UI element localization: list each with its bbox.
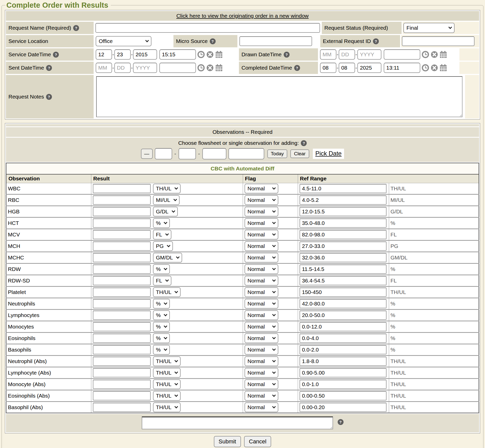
ref-range-input[interactable] [300,207,387,216]
result-unit-select[interactable]: TH/UL [153,356,181,366]
observation-note-textarea[interactable] [142,417,333,429]
service-day-input[interactable] [114,49,131,60]
clear-date-icon[interactable] [431,51,438,58]
flag-select[interactable]: Normal [245,391,278,401]
result-unit-select[interactable]: TH/UL [153,402,181,412]
ref-range-input[interactable] [300,218,387,228]
drawn-month-input[interactable] [320,49,336,60]
ref-range-input[interactable] [300,391,387,400]
drawn-year-input[interactable] [357,49,381,60]
flag-select[interactable]: Normal [245,230,278,239]
flag-select[interactable]: Normal [245,207,278,216]
result-input[interactable] [93,311,151,320]
calendar-icon[interactable] [439,64,447,72]
clear-date-icon[interactable] [206,64,214,72]
sent-month-input[interactable] [96,63,112,73]
flag-select[interactable]: Normal [245,333,278,343]
flag-select[interactable]: Normal [245,356,278,366]
drawn-day-input[interactable] [339,49,355,60]
ref-range-input[interactable] [300,195,387,205]
flag-select[interactable]: Normal [245,264,278,274]
request-name-input[interactable] [95,23,320,33]
ref-range-input[interactable] [300,184,387,193]
calendar-icon[interactable] [215,64,223,72]
clock-icon[interactable] [197,51,205,58]
service-month-input[interactable] [96,49,112,60]
clear-date-icon[interactable] [206,51,214,58]
result-input[interactable] [93,207,151,216]
result-unit-select[interactable]: TH/UL [153,379,181,389]
result-unit-select[interactable]: GM/DL [153,253,182,263]
help-icon[interactable]: ? [210,38,216,44]
ref-range-input[interactable] [300,253,387,262]
completed-day-input[interactable] [339,63,355,73]
ref-range-input[interactable] [300,380,387,389]
ref-range-input[interactable] [300,345,387,354]
result-input[interactable] [93,380,151,389]
help-icon[interactable]: ? [73,25,79,31]
sent-year-input[interactable] [133,63,157,73]
flag-select[interactable]: Normal [245,287,278,297]
help-icon[interactable]: ? [301,140,307,146]
calendar-icon[interactable] [439,51,447,58]
service-location-select[interactable]: Office [96,36,151,46]
flag-select[interactable]: Normal [245,195,278,205]
result-input[interactable] [93,334,151,343]
request-status-select[interactable]: Final [403,23,455,33]
flag-select[interactable]: Normal [245,379,278,389]
drawn-time-input[interactable] [384,49,420,60]
result-unit-select[interactable]: TH/UL [153,287,181,297]
help-icon[interactable]: ? [338,419,344,425]
help-icon[interactable]: ? [53,52,59,58]
request-notes-textarea[interactable] [96,76,462,117]
result-unit-select[interactable]: % [153,264,170,274]
result-unit-select[interactable]: FL [153,276,172,286]
result-input[interactable] [93,265,151,274]
result-input[interactable] [93,322,151,331]
result-unit-select[interactable]: G/DL [153,207,178,216]
completed-time-input[interactable] [384,63,420,73]
result-input[interactable] [93,253,151,262]
ref-range-input[interactable] [300,311,387,320]
clock-icon[interactable] [422,64,429,72]
result-input[interactable] [93,288,151,297]
sent-time-input[interactable] [159,63,196,73]
submit-button[interactable]: Submit [214,436,241,447]
chooser-month-input[interactable] [155,148,172,159]
clock-icon[interactable] [422,51,429,58]
service-time-input[interactable] [159,49,196,60]
sent-day-input[interactable] [114,63,131,73]
result-input[interactable] [93,345,151,354]
remove-flowsheet-button[interactable]: — [141,149,153,159]
help-icon[interactable]: ? [46,65,52,71]
clear-button[interactable]: Clear [290,149,309,158]
flag-select[interactable]: Normal [245,253,278,263]
result-input[interactable] [93,184,151,193]
ref-range-input[interactable] [300,334,387,343]
flag-select[interactable]: Normal [245,218,278,228]
chooser-year-input[interactable] [202,148,226,159]
result-unit-select[interactable]: % [153,333,170,343]
ref-range-input[interactable] [300,403,387,412]
result-unit-select[interactable]: PG [153,241,173,251]
completed-year-input[interactable] [357,63,381,73]
flag-select[interactable]: Normal [245,322,278,332]
ref-range-input[interactable] [300,265,387,274]
ref-range-input[interactable] [300,288,387,297]
ref-range-input[interactable] [300,299,387,308]
result-input[interactable] [93,276,151,285]
clear-date-icon[interactable] [431,64,438,72]
ref-range-input[interactable] [300,276,387,285]
result-input[interactable] [93,368,151,377]
result-unit-select[interactable]: % [153,322,170,332]
flag-select[interactable]: Normal [245,368,278,378]
result-unit-select[interactable]: % [153,345,170,355]
result-input[interactable] [93,299,151,308]
result-unit-select[interactable]: FL [153,230,172,239]
result-input[interactable] [93,403,151,412]
help-icon[interactable]: ? [294,65,300,71]
flag-select[interactable]: Normal [245,276,278,286]
today-button[interactable]: Today [267,149,288,158]
cancel-button[interactable]: Cancel [244,436,271,447]
result-input[interactable] [93,230,151,239]
